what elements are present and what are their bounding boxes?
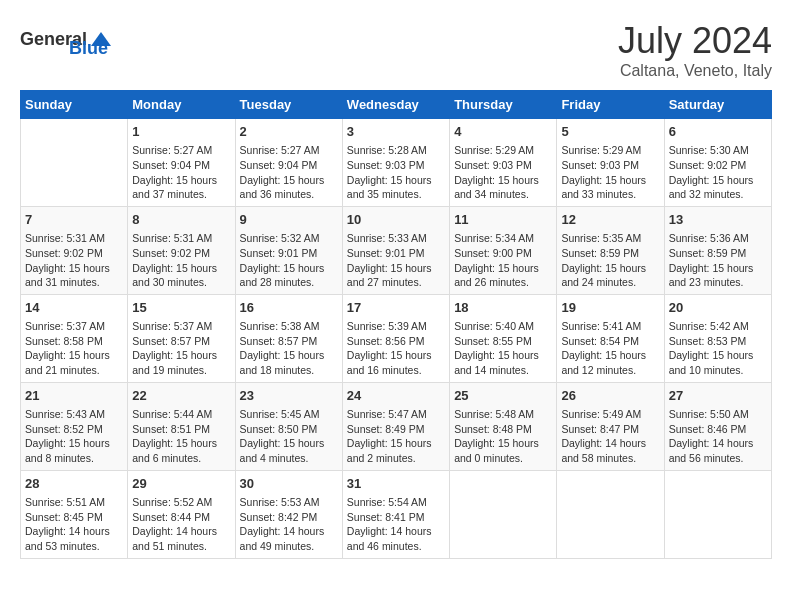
cell-content: Sunrise: 5:33 AM Sunset: 9:01 PM Dayligh… bbox=[347, 231, 445, 290]
cell-content: Sunrise: 5:54 AM Sunset: 8:41 PM Dayligh… bbox=[347, 495, 445, 554]
calendar-cell: 6Sunrise: 5:30 AM Sunset: 9:02 PM Daylig… bbox=[664, 119, 771, 207]
calendar-cell: 9Sunrise: 5:32 AM Sunset: 9:01 PM Daylig… bbox=[235, 206, 342, 294]
calendar-cell: 29Sunrise: 5:52 AM Sunset: 8:44 PM Dayli… bbox=[128, 470, 235, 558]
calendar-cell: 19Sunrise: 5:41 AM Sunset: 8:54 PM Dayli… bbox=[557, 294, 664, 382]
logo-blue-text: Blue bbox=[69, 38, 108, 59]
calendar-cell: 14Sunrise: 5:37 AM Sunset: 8:58 PM Dayli… bbox=[21, 294, 128, 382]
cell-content: Sunrise: 5:27 AM Sunset: 9:04 PM Dayligh… bbox=[132, 143, 230, 202]
calendar-table: SundayMondayTuesdayWednesdayThursdayFrid… bbox=[20, 90, 772, 559]
calendar-cell bbox=[21, 119, 128, 207]
title-area: July 2024 Caltana, Veneto, Italy bbox=[618, 20, 772, 80]
cell-content: Sunrise: 5:28 AM Sunset: 9:03 PM Dayligh… bbox=[347, 143, 445, 202]
cell-content: Sunrise: 5:40 AM Sunset: 8:55 PM Dayligh… bbox=[454, 319, 552, 378]
day-number: 22 bbox=[132, 387, 230, 405]
calendar-cell: 11Sunrise: 5:34 AM Sunset: 9:00 PM Dayli… bbox=[450, 206, 557, 294]
calendar-cell: 24Sunrise: 5:47 AM Sunset: 8:49 PM Dayli… bbox=[342, 382, 449, 470]
calendar-day-header: Tuesday bbox=[235, 91, 342, 119]
calendar-cell: 1Sunrise: 5:27 AM Sunset: 9:04 PM Daylig… bbox=[128, 119, 235, 207]
day-number: 28 bbox=[25, 475, 123, 493]
cell-content: Sunrise: 5:30 AM Sunset: 9:02 PM Dayligh… bbox=[669, 143, 767, 202]
page-title: July 2024 bbox=[618, 20, 772, 62]
day-number: 14 bbox=[25, 299, 123, 317]
calendar-week-row: 21Sunrise: 5:43 AM Sunset: 8:52 PM Dayli… bbox=[21, 382, 772, 470]
day-number: 25 bbox=[454, 387, 552, 405]
day-number: 19 bbox=[561, 299, 659, 317]
calendar-cell: 22Sunrise: 5:44 AM Sunset: 8:51 PM Dayli… bbox=[128, 382, 235, 470]
calendar-cell: 20Sunrise: 5:42 AM Sunset: 8:53 PM Dayli… bbox=[664, 294, 771, 382]
calendar-week-row: 28Sunrise: 5:51 AM Sunset: 8:45 PM Dayli… bbox=[21, 470, 772, 558]
calendar-cell: 3Sunrise: 5:28 AM Sunset: 9:03 PM Daylig… bbox=[342, 119, 449, 207]
cell-content: Sunrise: 5:27 AM Sunset: 9:04 PM Dayligh… bbox=[240, 143, 338, 202]
calendar-day-header: Wednesday bbox=[342, 91, 449, 119]
calendar-cell: 21Sunrise: 5:43 AM Sunset: 8:52 PM Dayli… bbox=[21, 382, 128, 470]
day-number: 12 bbox=[561, 211, 659, 229]
calendar-day-header: Thursday bbox=[450, 91, 557, 119]
calendar-cell: 18Sunrise: 5:40 AM Sunset: 8:55 PM Dayli… bbox=[450, 294, 557, 382]
cell-content: Sunrise: 5:45 AM Sunset: 8:50 PM Dayligh… bbox=[240, 407, 338, 466]
cell-content: Sunrise: 5:43 AM Sunset: 8:52 PM Dayligh… bbox=[25, 407, 123, 466]
day-number: 5 bbox=[561, 123, 659, 141]
calendar-header-row: SundayMondayTuesdayWednesdayThursdayFrid… bbox=[21, 91, 772, 119]
cell-content: Sunrise: 5:32 AM Sunset: 9:01 PM Dayligh… bbox=[240, 231, 338, 290]
day-number: 16 bbox=[240, 299, 338, 317]
cell-content: Sunrise: 5:29 AM Sunset: 9:03 PM Dayligh… bbox=[561, 143, 659, 202]
cell-content: Sunrise: 5:37 AM Sunset: 8:58 PM Dayligh… bbox=[25, 319, 123, 378]
day-number: 3 bbox=[347, 123, 445, 141]
day-number: 9 bbox=[240, 211, 338, 229]
day-number: 18 bbox=[454, 299, 552, 317]
logo: General Blue bbox=[20, 20, 108, 59]
day-number: 17 bbox=[347, 299, 445, 317]
cell-content: Sunrise: 5:35 AM Sunset: 8:59 PM Dayligh… bbox=[561, 231, 659, 290]
calendar-cell: 7Sunrise: 5:31 AM Sunset: 9:02 PM Daylig… bbox=[21, 206, 128, 294]
day-number: 13 bbox=[669, 211, 767, 229]
page-header: General Blue July 2024 Caltana, Veneto, … bbox=[20, 20, 772, 80]
calendar-day-header: Friday bbox=[557, 91, 664, 119]
day-number: 15 bbox=[132, 299, 230, 317]
calendar-day-header: Sunday bbox=[21, 91, 128, 119]
cell-content: Sunrise: 5:49 AM Sunset: 8:47 PM Dayligh… bbox=[561, 407, 659, 466]
calendar-cell: 25Sunrise: 5:48 AM Sunset: 8:48 PM Dayli… bbox=[450, 382, 557, 470]
calendar-cell bbox=[664, 470, 771, 558]
calendar-cell: 27Sunrise: 5:50 AM Sunset: 8:46 PM Dayli… bbox=[664, 382, 771, 470]
calendar-cell: 8Sunrise: 5:31 AM Sunset: 9:02 PM Daylig… bbox=[128, 206, 235, 294]
cell-content: Sunrise: 5:47 AM Sunset: 8:49 PM Dayligh… bbox=[347, 407, 445, 466]
day-number: 21 bbox=[25, 387, 123, 405]
cell-content: Sunrise: 5:42 AM Sunset: 8:53 PM Dayligh… bbox=[669, 319, 767, 378]
calendar-cell: 31Sunrise: 5:54 AM Sunset: 8:41 PM Dayli… bbox=[342, 470, 449, 558]
cell-content: Sunrise: 5:38 AM Sunset: 8:57 PM Dayligh… bbox=[240, 319, 338, 378]
calendar-cell: 5Sunrise: 5:29 AM Sunset: 9:03 PM Daylig… bbox=[557, 119, 664, 207]
calendar-cell: 23Sunrise: 5:45 AM Sunset: 8:50 PM Dayli… bbox=[235, 382, 342, 470]
calendar-cell: 16Sunrise: 5:38 AM Sunset: 8:57 PM Dayli… bbox=[235, 294, 342, 382]
calendar-day-header: Saturday bbox=[664, 91, 771, 119]
page-subtitle: Caltana, Veneto, Italy bbox=[618, 62, 772, 80]
calendar-cell: 13Sunrise: 5:36 AM Sunset: 8:59 PM Dayli… bbox=[664, 206, 771, 294]
day-number: 24 bbox=[347, 387, 445, 405]
calendar-cell: 17Sunrise: 5:39 AM Sunset: 8:56 PM Dayli… bbox=[342, 294, 449, 382]
calendar-cell: 4Sunrise: 5:29 AM Sunset: 9:03 PM Daylig… bbox=[450, 119, 557, 207]
cell-content: Sunrise: 5:53 AM Sunset: 8:42 PM Dayligh… bbox=[240, 495, 338, 554]
cell-content: Sunrise: 5:36 AM Sunset: 8:59 PM Dayligh… bbox=[669, 231, 767, 290]
cell-content: Sunrise: 5:48 AM Sunset: 8:48 PM Dayligh… bbox=[454, 407, 552, 466]
cell-content: Sunrise: 5:37 AM Sunset: 8:57 PM Dayligh… bbox=[132, 319, 230, 378]
day-number: 8 bbox=[132, 211, 230, 229]
calendar-cell: 30Sunrise: 5:53 AM Sunset: 8:42 PM Dayli… bbox=[235, 470, 342, 558]
day-number: 2 bbox=[240, 123, 338, 141]
day-number: 27 bbox=[669, 387, 767, 405]
cell-content: Sunrise: 5:50 AM Sunset: 8:46 PM Dayligh… bbox=[669, 407, 767, 466]
day-number: 7 bbox=[25, 211, 123, 229]
calendar-day-header: Monday bbox=[128, 91, 235, 119]
day-number: 26 bbox=[561, 387, 659, 405]
day-number: 31 bbox=[347, 475, 445, 493]
calendar-cell bbox=[450, 470, 557, 558]
day-number: 1 bbox=[132, 123, 230, 141]
calendar-cell: 12Sunrise: 5:35 AM Sunset: 8:59 PM Dayli… bbox=[557, 206, 664, 294]
cell-content: Sunrise: 5:41 AM Sunset: 8:54 PM Dayligh… bbox=[561, 319, 659, 378]
day-number: 10 bbox=[347, 211, 445, 229]
calendar-cell bbox=[557, 470, 664, 558]
day-number: 23 bbox=[240, 387, 338, 405]
calendar-week-row: 1Sunrise: 5:27 AM Sunset: 9:04 PM Daylig… bbox=[21, 119, 772, 207]
calendar-cell: 28Sunrise: 5:51 AM Sunset: 8:45 PM Dayli… bbox=[21, 470, 128, 558]
day-number: 20 bbox=[669, 299, 767, 317]
calendar-cell: 15Sunrise: 5:37 AM Sunset: 8:57 PM Dayli… bbox=[128, 294, 235, 382]
day-number: 30 bbox=[240, 475, 338, 493]
